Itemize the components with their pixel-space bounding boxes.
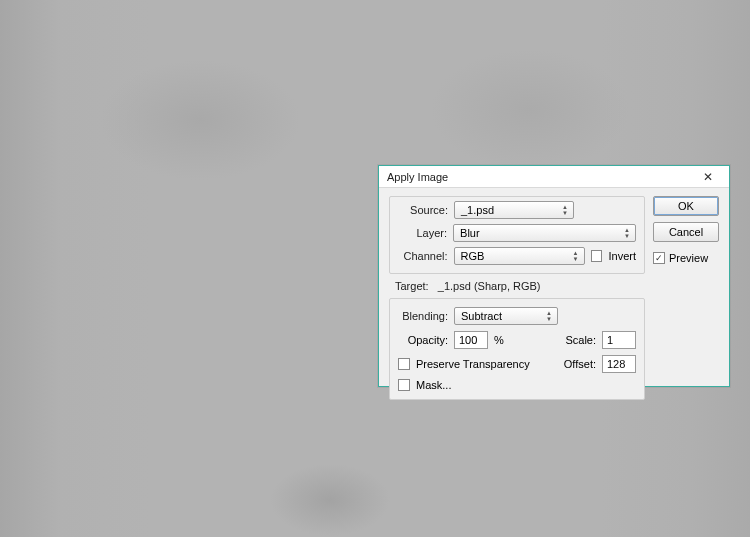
ok-button[interactable]: OK bbox=[653, 196, 719, 216]
blending-label: Blending: bbox=[398, 310, 448, 322]
channel-select[interactable]: RGB ▲▼ bbox=[454, 247, 585, 265]
layer-label: Layer: bbox=[398, 227, 447, 239]
opacity-label: Opacity: bbox=[398, 334, 448, 346]
opacity-value: 100 bbox=[459, 334, 477, 346]
scale-value: 1 bbox=[607, 334, 613, 346]
opacity-suffix: % bbox=[494, 334, 504, 346]
preserve-transparency-label: Preserve Transparency bbox=[416, 358, 530, 370]
preview-row: ✓ Preview bbox=[653, 252, 719, 264]
updown-icon: ▲▼ bbox=[621, 226, 633, 240]
mask-label: Mask... bbox=[416, 379, 451, 391]
apply-image-dialog: Apply Image ✕ OK Cancel ✓ Preview Source… bbox=[378, 165, 730, 387]
updown-icon: ▲▼ bbox=[559, 203, 571, 217]
invert-checkbox[interactable] bbox=[591, 250, 603, 262]
channel-label: Channel: bbox=[398, 250, 448, 262]
dialog-titlebar[interactable]: Apply Image ✕ bbox=[379, 166, 729, 188]
preview-checkbox[interactable]: ✓ bbox=[653, 252, 665, 264]
close-button[interactable]: ✕ bbox=[691, 168, 725, 186]
updown-icon: ▲▼ bbox=[570, 249, 582, 263]
invert-label: Invert bbox=[608, 250, 636, 262]
blending-select[interactable]: Subtract ▲▼ bbox=[454, 307, 558, 325]
cancel-button-label: Cancel bbox=[669, 226, 703, 238]
opacity-input[interactable]: 100 bbox=[454, 331, 488, 349]
source-label: Source: bbox=[398, 204, 448, 216]
preview-label: Preview bbox=[669, 252, 708, 264]
source-value: _1.psd bbox=[461, 204, 494, 216]
blending-groupbox: Blending: Subtract ▲▼ Opacity: 100 % Sca… bbox=[389, 298, 645, 400]
scale-label: Scale: bbox=[565, 334, 596, 346]
target-label: Target: bbox=[395, 280, 429, 292]
scale-input[interactable]: 1 bbox=[602, 331, 636, 349]
offset-input[interactable]: 128 bbox=[602, 355, 636, 373]
close-icon: ✕ bbox=[703, 170, 713, 184]
dialog-buttons-column: OK Cancel ✓ Preview bbox=[653, 196, 719, 264]
updown-icon: ▲▼ bbox=[543, 309, 555, 323]
layer-value: Blur bbox=[460, 227, 480, 239]
source-select[interactable]: _1.psd ▲▼ bbox=[454, 201, 574, 219]
target-value: _1.psd (Sharp, RGB) bbox=[438, 280, 541, 292]
offset-label: Offset: bbox=[564, 358, 596, 370]
preserve-transparency-checkbox[interactable] bbox=[398, 358, 410, 370]
cancel-button[interactable]: Cancel bbox=[653, 222, 719, 242]
source-groupbox: Source: _1.psd ▲▼ Layer: Blur ▲▼ Channel… bbox=[389, 196, 645, 274]
dialog-body: OK Cancel ✓ Preview Source: _1.psd ▲▼ La… bbox=[379, 188, 729, 386]
ok-button-label: OK bbox=[678, 200, 694, 212]
channel-value: RGB bbox=[461, 250, 485, 262]
dialog-title: Apply Image bbox=[387, 171, 691, 183]
mask-checkbox[interactable] bbox=[398, 379, 410, 391]
blending-value: Subtract bbox=[461, 310, 502, 322]
layer-select[interactable]: Blur ▲▼ bbox=[453, 224, 636, 242]
offset-value: 128 bbox=[607, 358, 625, 370]
target-line: Target: _1.psd (Sharp, RGB) bbox=[395, 280, 719, 292]
